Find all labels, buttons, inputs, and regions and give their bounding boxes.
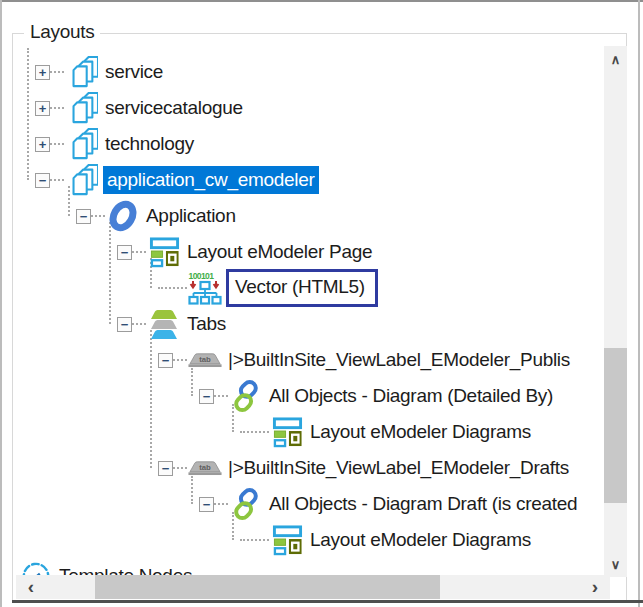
tree-node-label: All Objects - Diagram (Detailed By) (269, 385, 553, 407)
tree-row[interactable]: − All Objects - Diagram Draft (is create… (16, 486, 604, 522)
tree-row[interactable]: − tab |>BuiltInSite_ViewLabel_EModeler_D… (16, 450, 604, 486)
tree-row[interactable]: Layout eModeler Diagrams (16, 414, 604, 450)
tree-node-label-annotated: Vector (HTML5) (226, 269, 378, 307)
expander-plus-icon[interactable]: + (35, 65, 50, 80)
tabs-icon (146, 306, 182, 342)
tree-node-label: Tabs (187, 313, 226, 335)
expander-minus-icon[interactable]: − (117, 245, 132, 260)
pages-icon (64, 54, 100, 90)
tab-icon: tab (187, 342, 223, 378)
expander-minus-icon[interactable]: − (35, 173, 50, 188)
tree-node-label: Application (146, 205, 236, 227)
vertical-scrollbar-thumb[interactable] (604, 348, 627, 503)
tree-connector (214, 395, 228, 397)
tree-connector (173, 467, 187, 469)
tree-row[interactable]: Layout eModeler Diagrams (16, 522, 604, 558)
scroll-up-icon[interactable]: ∧ (604, 48, 627, 70)
tree-connector (132, 323, 146, 325)
expander-minus-icon[interactable]: − (158, 353, 173, 368)
tree-row[interactable]: − Layout eModeler Page (16, 234, 604, 270)
link-icon (228, 486, 264, 522)
expander-minus-icon[interactable]: − (199, 497, 214, 512)
tree-connector (240, 539, 269, 541)
tree-connector (240, 431, 269, 433)
layouts-tree-view[interactable]: + service+ servicecatalogue+ technology−… (16, 46, 604, 577)
svg-text:tab: tab (199, 354, 211, 363)
expander-minus-icon[interactable]: − (76, 209, 91, 224)
expander-minus-icon[interactable]: − (199, 389, 214, 404)
scroll-down-icon[interactable]: ∨ (604, 553, 627, 575)
tree-connector (158, 287, 187, 289)
tree-connector (132, 251, 146, 253)
tree-row[interactable]: + servicecatalogue (16, 90, 604, 126)
tab-icon: tab (187, 450, 223, 486)
pages-icon (64, 162, 100, 198)
tree-connector (91, 215, 105, 217)
panel-right-border (638, 0, 640, 607)
tree-connector (50, 107, 64, 109)
expander-plus-icon[interactable]: + (35, 101, 50, 116)
pages-icon (64, 126, 100, 162)
tree-node-label: |>BuiltInSite_ViewLabel_EModeler_Drafts (228, 457, 569, 479)
groupbox-label: Layouts (24, 21, 100, 43)
horizontal-scrollbar[interactable]: ‹ › (16, 575, 610, 599)
tree-node-label: service (105, 61, 163, 83)
panel-bottom-divider (12, 600, 643, 603)
panel-top-border (0, 0, 643, 2)
svg-text:tab: tab (199, 462, 211, 471)
tree-row[interactable]: + service (16, 54, 604, 90)
tree-row[interactable]: − application_cw_emodeler (16, 162, 604, 198)
tree-node-label: Layout eModeler Diagrams (310, 529, 531, 551)
tree-row[interactable]: − Tabs (16, 306, 604, 342)
scroll-left-icon[interactable]: ‹ (18, 575, 44, 599)
scroll-right-icon[interactable]: › (582, 575, 608, 599)
tree-connector (173, 359, 187, 361)
tree-row[interactable]: 100101 Vector (HTML5) (16, 270, 604, 306)
link-icon (228, 378, 264, 414)
tree-node-label: Layout eModeler Diagrams (310, 421, 531, 443)
application-icon (105, 198, 141, 234)
horizontal-scrollbar-thumb[interactable] (95, 575, 440, 599)
tree-connector (50, 143, 64, 145)
tree-connector (214, 503, 228, 505)
panel-left-border (0, 0, 2, 607)
tree-node-label: technology (105, 133, 194, 155)
layout-icon (146, 234, 182, 270)
expander-minus-icon[interactable]: − (117, 317, 132, 332)
tree-node-label: |>BuiltInSite_ViewLabel_EModeler_Publis (228, 349, 570, 371)
pages-icon (64, 90, 100, 126)
expander-plus-icon[interactable]: + (35, 137, 50, 152)
tree-row[interactable]: − All Objects - Diagram (Detailed By) (16, 378, 604, 414)
tree-row[interactable]: − tab |>BuiltInSite_ViewLabel_EModeler_P… (16, 342, 604, 378)
tree-connector (50, 71, 64, 73)
svg-text:100101: 100101 (189, 271, 215, 281)
layout-icon (269, 522, 305, 558)
tree-node-label: application_cw_emodeler (103, 166, 319, 194)
layout-icon (269, 414, 305, 450)
vector-icon: 100101 (187, 270, 223, 306)
vertical-scrollbar[interactable]: ∧ ∨ (604, 46, 627, 577)
tree-row[interactable]: − Application (16, 198, 604, 234)
tree-connector (50, 179, 64, 181)
tree-row[interactable]: + technology (16, 126, 604, 162)
tree-node-label: Layout eModeler Page (187, 241, 372, 263)
tree-node-label: servicecatalogue (105, 97, 243, 119)
expander-minus-icon[interactable]: − (158, 461, 173, 476)
layouts-panel: Layouts + service+ servicecatalogue+ tec… (0, 0, 643, 607)
tree-node-label: All Objects - Diagram Draft (is created (269, 493, 577, 515)
